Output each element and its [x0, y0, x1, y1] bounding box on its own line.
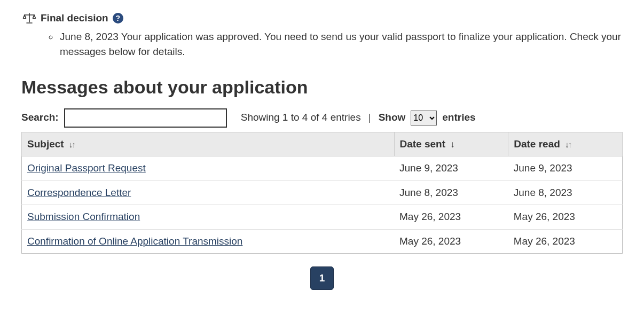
show-suffix: entries — [442, 110, 475, 125]
table-row: Original Passport RequestJune 9, 2023Jun… — [22, 156, 623, 181]
search-input[interactable] — [64, 108, 227, 128]
sort-both-icon: ↓↑ — [69, 140, 75, 149]
col-header-subject[interactable]: Subject ↓↑ — [22, 132, 395, 156]
sort-both-icon: ↓↑ — [565, 140, 571, 149]
table-controls: Search: Showing 1 to 4 of 4 entries | Sh… — [21, 108, 623, 128]
cell-subject: Submission Confirmation — [22, 205, 395, 230]
messages-heading: Messages about your application — [21, 74, 623, 101]
col-header-date-sent[interactable]: Date sent ↓ — [394, 132, 508, 156]
cell-subject: Confirmation of Online Application Trans… — [22, 229, 395, 254]
final-decision-text: June 8, 2023 Your application was approv… — [59, 29, 623, 60]
table-row: Submission ConfirmationMay 26, 2023May 2… — [22, 205, 623, 230]
final-decision-header: Final decision ? — [22, 11, 623, 26]
showing-text: Showing 1 to 4 of 4 entries — [241, 110, 361, 125]
message-link[interactable]: Original Passport Request — [27, 162, 146, 174]
cell-date-read: May 26, 2023 — [508, 205, 623, 230]
help-icon[interactable]: ? — [113, 13, 123, 23]
cell-subject: Original Passport Request — [22, 156, 395, 181]
table-row: Correspondence LetterJune 8, 2023June 8,… — [22, 180, 623, 205]
message-link[interactable]: Correspondence Letter — [27, 187, 131, 198]
message-link[interactable]: Submission Confirmation — [27, 211, 140, 222]
cell-subject: Correspondence Letter — [22, 180, 395, 205]
message-link[interactable]: Confirmation of Online Application Trans… — [27, 236, 242, 247]
messages-table: Subject ↓↑ Date sent ↓ Date read ↓↑ Orig… — [21, 132, 623, 254]
cell-date-read: May 26, 2023 — [508, 229, 623, 254]
col-header-date-sent-label: Date sent — [400, 138, 446, 150]
cell-date-sent: June 8, 2023 — [394, 180, 508, 205]
col-header-subject-label: Subject — [27, 138, 64, 150]
show-select[interactable]: 102550100 — [411, 111, 437, 125]
table-row: Confirmation of Online Application Trans… — [22, 229, 623, 254]
final-decision-label: Final decision — [41, 11, 108, 26]
cell-date-read: June 8, 2023 — [508, 180, 623, 205]
scales-icon — [22, 12, 36, 24]
cell-date-sent: May 26, 2023 — [394, 229, 508, 254]
separator: | — [368, 110, 371, 125]
cell-date-sent: June 9, 2023 — [394, 156, 508, 181]
page-button-current[interactable]: 1 — [310, 266, 334, 290]
sort-desc-icon: ↓ — [450, 139, 455, 150]
cell-date-read: June 9, 2023 — [508, 156, 623, 181]
show-prefix: Show — [379, 110, 406, 125]
final-decision-body: June 8, 2023 Your application was approv… — [21, 29, 623, 60]
pagination: 1 — [21, 266, 623, 290]
cell-date-sent: May 26, 2023 — [394, 205, 508, 230]
col-header-date-read-label: Date read — [514, 138, 560, 150]
search-label: Search: — [21, 110, 59, 125]
col-header-date-read[interactable]: Date read ↓↑ — [508, 132, 623, 156]
